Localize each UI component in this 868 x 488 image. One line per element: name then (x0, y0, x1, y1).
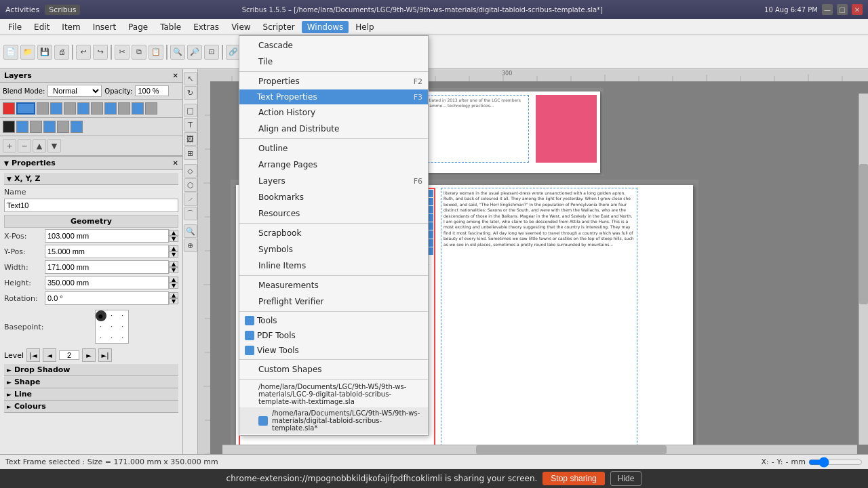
layer-up-btn[interactable]: ▲ (33, 139, 46, 152)
menu-pdf-tools[interactable]: PDF Tools (239, 328, 428, 343)
rotation-spinner[interactable]: ▲ ▼ (169, 292, 178, 304)
vtool-zoom[interactable]: ⊕ (184, 239, 197, 252)
menu-extras[interactable]: Extras (188, 21, 224, 33)
ypos-input[interactable] (45, 245, 169, 258)
layer-add-btn[interactable]: + (3, 139, 16, 152)
vtool-arrow[interactable]: ↖ (184, 72, 197, 85)
color-swatch-blue6[interactable] (16, 121, 28, 133)
menu-custom-shapes[interactable]: Custom Shapes (239, 361, 428, 378)
toolbar-redo[interactable]: ↪ (93, 45, 108, 60)
menu-page[interactable]: Page (123, 21, 153, 33)
bp-tr[interactable]: · (117, 310, 128, 321)
menu-tools[interactable]: Tools (239, 313, 428, 328)
toolbar-print[interactable]: 🖨 (54, 45, 69, 60)
menu-properties[interactable]: Properties F2 (239, 73, 428, 89)
menu-windows[interactable]: Windows (302, 21, 349, 33)
color-swatch-black[interactable] (3, 121, 15, 133)
menu-scripter[interactable]: Scripter (258, 21, 300, 33)
color-swatch-gray3[interactable] (91, 102, 103, 115)
menu-outline[interactable]: Outline (239, 140, 428, 157)
line-toggle[interactable]: ► Line (4, 388, 178, 401)
toolbar-fit[interactable]: ⊡ (204, 45, 219, 60)
color-swatch-blue7[interactable] (43, 121, 56, 133)
vtool-rotate[interactable]: ↻ (184, 86, 197, 100)
file-item-2[interactable]: /home/lara/Documents/LGC/9th-W5/9th-ws-m… (239, 407, 428, 434)
menu-insert[interactable]: Insert (87, 21, 121, 33)
xpos-spinner[interactable]: ▲ ▼ (169, 230, 178, 242)
menu-table[interactable]: Table (155, 21, 186, 33)
color-swatch-gray1[interactable] (37, 102, 49, 115)
bp-tl[interactable]: ● (96, 310, 106, 321)
file-item-1[interactable]: /home/lara/Documents/LGC/9th-W5/9th-ws-m… (239, 381, 428, 407)
ypos-spinner[interactable]: ▲ ▼ (169, 245, 178, 258)
vtool-frame[interactable]: □ (184, 104, 197, 117)
menu-resources[interactable]: Resources (239, 205, 428, 222)
vtool-imageframe[interactable]: 🖼 (184, 132, 197, 146)
vtool-eyedrop[interactable]: 🔍 (184, 224, 197, 238)
menu-preflight[interactable]: Preflight Verifier (239, 293, 428, 310)
color-swatch-blue3[interactable] (77, 102, 90, 115)
menu-text-properties[interactable]: Text Properties F3 (239, 89, 428, 104)
layer-down-btn[interactable]: ▼ (47, 139, 61, 152)
toolbar-zoom-in[interactable]: 🔍 (170, 45, 185, 60)
menu-align[interactable]: Align and Distribute (239, 121, 428, 137)
activities-label[interactable]: Activities (5, 5, 39, 14)
menu-layers[interactable]: Layers F6 (239, 173, 428, 189)
toolbar-paste[interactable]: 📋 (149, 45, 163, 60)
toolbar-open[interactable]: 📁 (20, 45, 35, 60)
right-text-frame[interactable]: literary woman in the usual pleasant-dre… (441, 188, 637, 454)
menu-edit[interactable]: Edit (28, 21, 55, 33)
opacity-input[interactable] (135, 85, 169, 96)
width-spinner[interactable]: ▲ ▼ (169, 261, 178, 273)
layer-remove-btn[interactable]: − (18, 139, 31, 152)
properties-close-icon[interactable]: ✕ (173, 159, 178, 167)
vtool-textframe[interactable]: T (184, 118, 197, 131)
vtool-line[interactable]: ⟋ (184, 192, 197, 206)
menu-symbols[interactable]: Symbols (239, 241, 428, 258)
bp-br[interactable]: · (117, 332, 128, 343)
blend-mode-select[interactable]: NormalMultiplyScreen (47, 85, 102, 97)
minimize-button[interactable]: — (822, 4, 833, 15)
color-swatch-blue2[interactable] (50, 102, 62, 115)
vertical-scrollbar[interactable] (859, 94, 868, 445)
vtool-table[interactable]: ⊞ (184, 146, 197, 160)
bp-bm[interactable]: · (106, 332, 117, 343)
bp-bl[interactable]: · (96, 332, 106, 343)
properties-arrow[interactable]: ▼ (4, 160, 9, 167)
height-input[interactable] (45, 276, 169, 289)
close-button[interactable]: ✕ (852, 4, 863, 15)
textname-input[interactable] (4, 199, 178, 212)
menu-file[interactable]: File (3, 21, 27, 33)
menu-bookmarks[interactable]: Bookmarks (239, 189, 428, 205)
menu-inline-items[interactable]: Inline Items (239, 258, 428, 274)
toolbar-undo[interactable]: ↩ (76, 45, 91, 60)
toolbar-save[interactable]: 💾 (37, 45, 52, 60)
color-swatch-blue4[interactable] (104, 102, 117, 115)
menu-cascade[interactable]: Cascade (239, 37, 428, 54)
app-label[interactable]: Scribus (45, 5, 80, 15)
color-swatch-gray6[interactable] (30, 121, 42, 133)
vtool-bezier[interactable]: ⌒ (184, 207, 197, 220)
menu-scrapbook[interactable]: Scrapbook (239, 225, 428, 241)
menu-help[interactable]: Help (350, 21, 379, 33)
color-swatch-red[interactable] (3, 102, 15, 115)
bp-mm[interactable]: · (106, 321, 117, 332)
hide-button[interactable]: Hide (610, 471, 642, 486)
level-next-btn[interactable]: ► (82, 348, 96, 362)
toolbar-new[interactable]: 📄 (3, 45, 18, 60)
level-last-btn[interactable]: ►| (98, 348, 112, 362)
bp-mr[interactable]: · (117, 321, 128, 332)
menu-view-tools[interactable]: View Tools (239, 343, 428, 358)
xyz-section-toggle[interactable]: ▼ X, Y, Z (4, 173, 178, 185)
shape-toggle[interactable]: ► Shape (4, 376, 178, 388)
level-prev-btn[interactable]: ◄ (43, 348, 56, 362)
color-swatch-gray5[interactable] (145, 102, 157, 115)
color-swatch-gray2[interactable] (64, 102, 76, 115)
basepoint-widget[interactable]: ● · · · · · · · · (95, 310, 129, 344)
color-swatch-gray7[interactable] (57, 121, 69, 133)
drop-shadow-toggle[interactable]: ► Drop Shadow (4, 364, 178, 376)
toolbar-cut[interactable]: ✂ (115, 45, 130, 60)
menu-tile[interactable]: Tile (239, 54, 428, 70)
menu-action-history[interactable]: Action History (239, 104, 428, 121)
stop-sharing-button[interactable]: Stop sharing (542, 472, 604, 485)
